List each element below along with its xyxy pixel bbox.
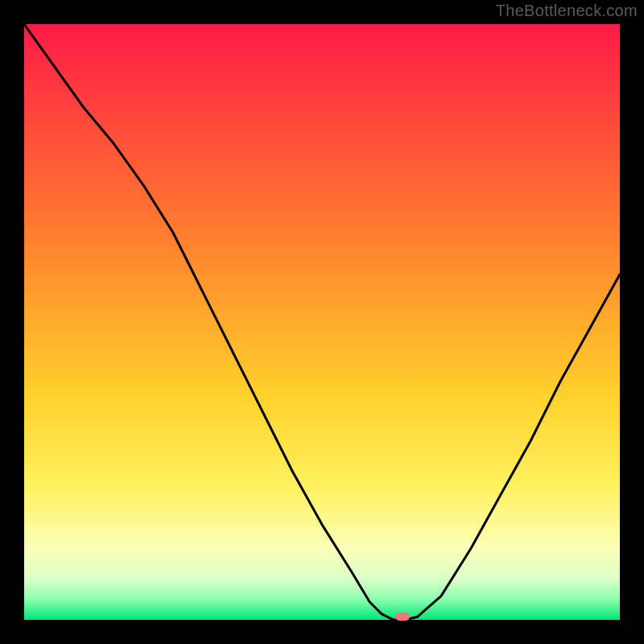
bottleneck-curve — [24, 24, 620, 620]
watermark-text: TheBottleneck.com — [496, 2, 638, 20]
optimal-marker — [395, 613, 410, 621]
plot-area — [24, 24, 620, 620]
curve-svg — [24, 24, 620, 620]
chart-root: TheBottleneck.com — [0, 0, 644, 644]
